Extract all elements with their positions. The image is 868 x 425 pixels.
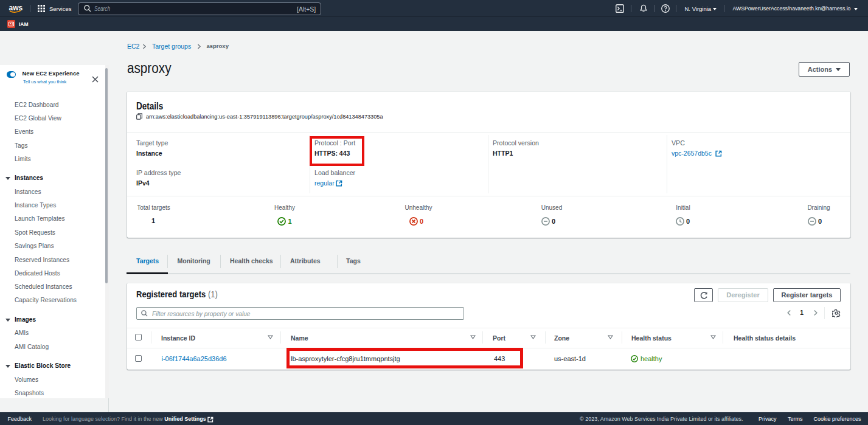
svg-text:aws: aws [9, 4, 23, 12]
